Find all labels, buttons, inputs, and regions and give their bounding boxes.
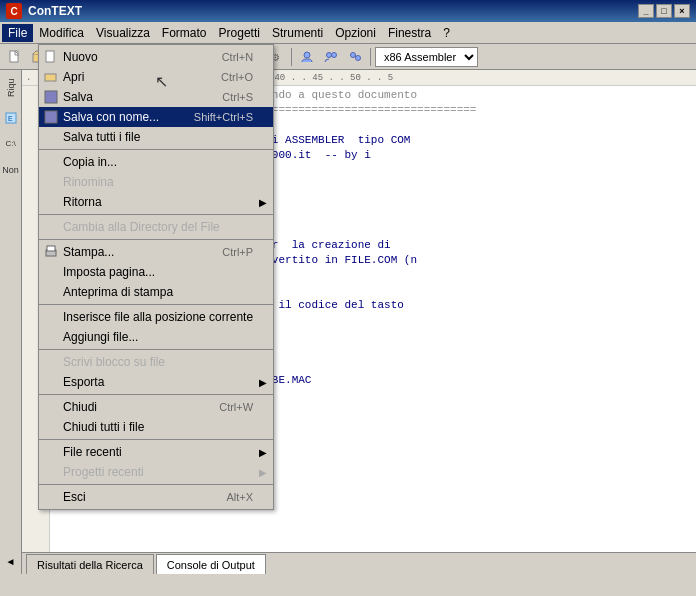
menu-separator-6 (39, 394, 273, 395)
sidebar-btn-2[interactable]: E (1, 108, 21, 128)
svg-point-25 (356, 55, 361, 60)
maximize-button[interactable]: □ (656, 4, 672, 18)
svg-rect-29 (46, 51, 54, 62)
nuovo-icon (43, 49, 59, 65)
bottom-tabs: Risultati della Ricerca Console di Outpu… (22, 552, 696, 574)
menu-item-esporta[interactable]: Esporta ▶ (39, 372, 273, 392)
new-file-button[interactable] (4, 46, 26, 68)
rinomina-icon (43, 174, 59, 190)
file-recenti-icon (43, 444, 59, 460)
button-user3[interactable] (344, 46, 366, 68)
stampa-icon (43, 244, 59, 260)
menu-visualizza[interactable]: Visualizza (90, 24, 156, 42)
svg-point-23 (332, 52, 337, 57)
menu-item-chiudi[interactable]: Chiudi Ctrl+W (39, 397, 273, 417)
menu-item-nuovo[interactable]: Nuovo Ctrl+N (39, 47, 273, 67)
progetti-arrow: ▶ (259, 467, 267, 478)
menu-strumenti[interactable]: Strumenti (266, 24, 329, 42)
inserisce-icon (43, 309, 59, 325)
esporta-arrow: ▶ (259, 377, 267, 388)
toolbar-separator-5 (370, 48, 371, 66)
svg-rect-31 (45, 91, 57, 103)
svg-rect-34 (47, 246, 55, 251)
menu-item-chiudi-tutti[interactable]: Chiudi tutti i file (39, 417, 273, 437)
menu-help[interactable]: ? (437, 24, 456, 42)
menu-modifica[interactable]: Modifica (33, 24, 90, 42)
svg-point-21 (304, 52, 310, 58)
ritorna-arrow: ▶ (259, 197, 267, 208)
window-controls: _ □ × (638, 4, 690, 18)
tab-risultati[interactable]: Risultati della Ricerca (26, 554, 154, 574)
imposta-icon (43, 264, 59, 280)
tab-console[interactable]: Console di Output (156, 554, 266, 574)
window-title: ConTEXT (28, 4, 638, 18)
ritorna-icon (43, 194, 59, 210)
menu-item-esci[interactable]: Esci Alt+X (39, 487, 273, 507)
menu-separator-7 (39, 439, 273, 440)
anteprima-icon (43, 284, 59, 300)
menu-opzioni[interactable]: Opzioni (329, 24, 382, 42)
menu-separator-2 (39, 214, 273, 215)
salva-nome-icon (43, 109, 59, 125)
button-user1[interactable] (296, 46, 318, 68)
menu-item-cambia-dir: Cambia alla Directory del File (39, 217, 273, 237)
menu-separator-3 (39, 239, 273, 240)
menu-item-apri[interactable]: Apri Ctrl+O (39, 67, 273, 87)
menu-item-salva-tutti[interactable]: Salva tutti i file (39, 127, 273, 147)
menu-separator-4 (39, 304, 273, 305)
sidebar-btn-non[interactable]: Non (1, 160, 21, 180)
sidebar-btn-3[interactable]: C:\ (1, 133, 21, 153)
toolbar-separator-4 (291, 48, 292, 66)
menu-separator-8 (39, 484, 273, 485)
menu-separator-5 (39, 349, 273, 350)
sidebar-btn-1[interactable]: Riqu (2, 73, 20, 103)
button-user2[interactable] (320, 46, 342, 68)
menu-progetti[interactable]: Progetti (213, 24, 266, 42)
salva-icon (43, 89, 59, 105)
copia-in-icon (43, 154, 59, 170)
menu-item-progetti-recenti: Progetti recenti ▶ (39, 462, 273, 482)
menu-item-copia-in[interactable]: Copia in... (39, 152, 273, 172)
menu-formato[interactable]: Formato (156, 24, 213, 42)
menu-item-file-recenti[interactable]: File recenti ▶ (39, 442, 273, 462)
menu-separator-1 (39, 149, 273, 150)
svg-rect-30 (45, 74, 56, 81)
sidebar: Riqu E C:\ Non ◄ (0, 70, 22, 574)
menu-item-stampa[interactable]: Stampa... Ctrl+P (39, 242, 273, 262)
menu-item-salva[interactable]: Salva Ctrl+S (39, 87, 273, 107)
menu-item-inserisce[interactable]: Inserisce file alla posizione corrente (39, 307, 273, 327)
menu-file[interactable]: File (2, 24, 33, 42)
close-button[interactable]: × (674, 4, 690, 18)
svg-point-22 (327, 52, 332, 57)
aggiungi-icon (43, 329, 59, 345)
svg-text:E: E (8, 115, 13, 122)
app-icon: C (6, 3, 22, 19)
cambia-dir-icon (43, 219, 59, 235)
scrivi-icon (43, 354, 59, 370)
menu-item-rinomina: Rinomina (39, 172, 273, 192)
salva-tutti-icon (43, 129, 59, 145)
esporta-icon (43, 374, 59, 390)
menu-item-imposta-pagina[interactable]: Imposta pagina... (39, 262, 273, 282)
language-dropdown[interactable]: x86 Assembler (375, 47, 478, 67)
esci-icon (43, 489, 59, 505)
menu-bar: File Modifica Visualizza Formato Progett… (0, 22, 696, 44)
sidebar-btn-arrow-left[interactable]: ◄ (1, 551, 21, 571)
file-menu: Nuovo Ctrl+N Apri Ctrl+O Salva Ctrl+S Sa… (38, 44, 274, 510)
menu-item-anteprima[interactable]: Anteprima di stampa (39, 282, 273, 302)
menu-item-ritorna[interactable]: Ritorna ▶ (39, 192, 273, 212)
file-recenti-arrow: ▶ (259, 447, 267, 458)
svg-point-24 (351, 52, 356, 57)
file-menu-dropdown: Nuovo Ctrl+N Apri Ctrl+O Salva Ctrl+S Sa… (38, 44, 274, 510)
menu-item-aggiungi[interactable]: Aggiungi file... (39, 327, 273, 347)
minimize-button[interactable]: _ (638, 4, 654, 18)
title-bar: C ConTEXT _ □ × (0, 0, 696, 22)
menu-item-scrivi-blocco: Scrivi blocco su file (39, 352, 273, 372)
apri-icon (43, 69, 59, 85)
svg-rect-32 (45, 111, 57, 123)
progetti-recenti-icon (43, 464, 59, 480)
menu-item-salva-con-nome[interactable]: Salva con nome... Shift+Ctrl+S (39, 107, 273, 127)
menu-finestra[interactable]: Finestra (382, 24, 437, 42)
chiudi-tutti-icon (43, 419, 59, 435)
chiudi-icon (43, 399, 59, 415)
